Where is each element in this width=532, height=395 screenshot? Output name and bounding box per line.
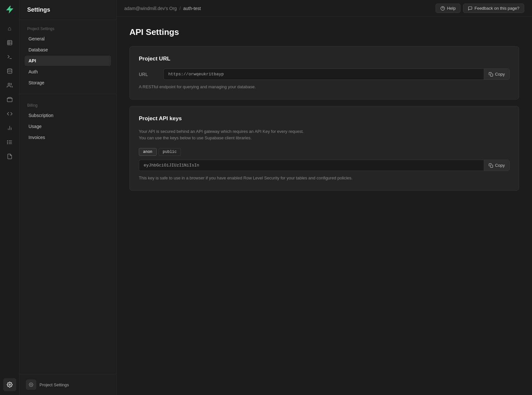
project-settings-label: Project Settings (25, 27, 111, 34)
table-icon[interactable] (3, 36, 16, 49)
storage-icon[interactable] (3, 93, 16, 106)
settings-icon[interactable] (3, 378, 16, 391)
url-copy-label: Copy (495, 72, 505, 77)
breadcrumb-separator: / (179, 6, 181, 11)
topbar-actions: Help Feedback on this page? (436, 4, 524, 13)
nav-item-storage[interactable]: Storage (25, 78, 111, 88)
icon-sidebar: ⌂ (0, 0, 19, 395)
database-icon[interactable] (3, 65, 16, 78)
url-label: URL (139, 72, 158, 77)
chart-icon[interactable] (3, 122, 16, 134)
api-keys-card: Project API keys Your API is secured beh… (129, 106, 519, 191)
nav-item-usage[interactable]: Usage (25, 121, 111, 132)
feedback-icon (468, 6, 472, 11)
svg-point-6 (8, 83, 10, 85)
app-logo[interactable] (4, 4, 16, 16)
api-key-copy-button[interactable]: Copy (484, 160, 509, 171)
api-key-tabs: anon public (139, 148, 510, 156)
nav-sidebar-title: Settings (27, 6, 108, 13)
billing-label: Billing (25, 103, 111, 110)
api-key-field-row: eyJhbGciOiJIUzI1NiIsIn Copy (139, 160, 510, 171)
svg-rect-21 (490, 74, 493, 76)
home-icon[interactable]: ⌂ (3, 22, 16, 35)
svg-rect-0 (7, 40, 12, 45)
main-area: adam@windmill.dev's Org / auth-test Help… (116, 0, 532, 395)
api-key-input-group: eyJhbGciOiJIUzI1NiIsIn Copy (139, 160, 510, 171)
api-key-copy-label: Copy (495, 163, 505, 168)
api-copy-icon (489, 163, 493, 168)
nav-item-api[interactable]: API (25, 56, 111, 66)
code-icon[interactable] (3, 107, 16, 120)
footer-settings-icon (26, 379, 36, 390)
breadcrumb: adam@windmill.dev's Org / auth-test (124, 6, 433, 11)
help-button[interactable]: Help (436, 4, 460, 13)
svg-point-5 (7, 69, 12, 70)
nav-sidebar-header: Settings (19, 0, 116, 20)
key-tab-anon[interactable]: anon (139, 148, 157, 156)
url-description: A RESTful endpoint for querying and mana… (139, 84, 510, 90)
feedback-label: Feedback on this page? (474, 6, 519, 11)
api-keys-description: Your API is secured behind an API gatewa… (139, 128, 510, 142)
terminal-icon[interactable] (3, 50, 16, 63)
feedback-button[interactable]: Feedback on this page? (463, 4, 524, 13)
svg-rect-7 (7, 98, 12, 102)
project-settings-section: Project Settings General Database API Au… (19, 20, 116, 91)
nav-item-subscription[interactable]: Subscription (25, 110, 111, 121)
svg-rect-22 (490, 165, 493, 167)
help-label: Help (447, 6, 456, 11)
nav-sidebar-footer: Project Settings (19, 374, 116, 395)
api-keys-desc-line2: You can use the keys below to use Supaba… (139, 135, 510, 142)
api-keys-desc-line1: Your API is secured behind an API gatewa… (139, 128, 510, 135)
breadcrumb-org: adam@windmill.dev's Org (124, 6, 177, 11)
key-tab-public[interactable]: public (159, 148, 181, 156)
footer-label: Project Settings (39, 382, 69, 387)
copy-icon (489, 72, 493, 77)
content-area: API Settings Project URL URL https://orw… (116, 17, 532, 395)
page-title: API Settings (129, 27, 519, 37)
svg-point-17 (9, 384, 10, 386)
nav-item-auth[interactable]: Auth (25, 67, 111, 77)
list-icon[interactable] (3, 136, 16, 149)
project-url-card: Project URL URL https://orwqeukritbayp C… (129, 46, 519, 100)
svg-point-14 (7, 141, 8, 141)
users-icon[interactable] (3, 79, 16, 92)
billing-section: Billing Subscription Usage Invoices (19, 97, 116, 146)
nav-sidebar: Settings Project Settings General Databa… (19, 0, 116, 395)
svg-point-16 (7, 144, 8, 144)
nav-item-invoices[interactable]: Invoices (25, 132, 111, 143)
nav-divider (19, 94, 116, 94)
url-input-group: https://orwqeukritbayp Copy (163, 69, 510, 80)
help-icon (440, 6, 445, 11)
url-copy-button[interactable]: Copy (484, 69, 509, 80)
docs-icon[interactable] (3, 150, 16, 163)
svg-point-18 (30, 384, 32, 385)
nav-item-database[interactable]: Database (25, 45, 111, 55)
breadcrumb-project: auth-test (183, 6, 201, 11)
url-field-row: URL https://orwqeukritbayp Copy (139, 69, 510, 80)
svg-point-15 (7, 142, 8, 143)
topbar: adam@windmill.dev's Org / auth-test Help… (116, 0, 532, 17)
url-value: https://orwqeukritbayp (164, 69, 484, 80)
api-key-value: eyJhbGciOiJIUzI1NiIsIn (139, 160, 484, 171)
project-url-card-title: Project URL (139, 56, 510, 62)
nav-item-general[interactable]: General (25, 34, 111, 44)
api-keys-card-title: Project API keys (139, 115, 510, 122)
api-key-description: This key is safe to use in a browser if … (139, 175, 510, 181)
